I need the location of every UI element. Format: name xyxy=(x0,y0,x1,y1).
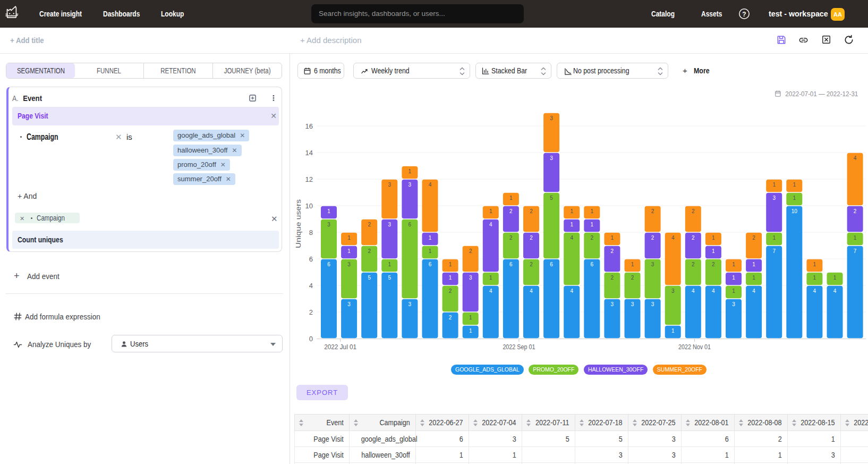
svg-text:0: 0 xyxy=(309,335,313,343)
svg-text:3: 3 xyxy=(651,301,654,307)
svg-text:1: 1 xyxy=(347,235,351,241)
svg-text:3: 3 xyxy=(469,275,472,281)
svg-text:1: 1 xyxy=(752,275,755,281)
svg-text:4: 4 xyxy=(570,288,573,294)
svg-text:3: 3 xyxy=(327,222,330,227)
svg-text:1: 1 xyxy=(429,235,432,241)
svg-text:2: 2 xyxy=(530,208,533,214)
svg-text:2: 2 xyxy=(309,308,313,316)
svg-text:1: 1 xyxy=(489,275,492,281)
svg-text:1: 1 xyxy=(854,235,857,241)
svg-text:2022 Sep 01: 2022 Sep 01 xyxy=(503,343,535,351)
svg-text:2: 2 xyxy=(509,235,513,241)
svg-text:1: 1 xyxy=(732,275,735,281)
svg-text:3: 3 xyxy=(347,301,351,307)
svg-text:4: 4 xyxy=(833,288,837,294)
svg-text:1: 1 xyxy=(509,195,513,201)
svg-text:2: 2 xyxy=(752,235,755,241)
svg-text:1: 1 xyxy=(712,248,715,254)
svg-text:7: 7 xyxy=(854,248,857,254)
svg-text:4: 4 xyxy=(309,282,313,290)
svg-text:1: 1 xyxy=(449,261,452,267)
svg-text:10: 10 xyxy=(305,202,313,210)
svg-text:4: 4 xyxy=(712,288,715,294)
svg-text:3: 3 xyxy=(388,182,392,188)
svg-text:1: 1 xyxy=(772,182,776,188)
svg-text:10: 10 xyxy=(792,208,798,214)
svg-text:4: 4 xyxy=(854,155,857,161)
svg-text:1: 1 xyxy=(732,288,735,294)
svg-text:1: 1 xyxy=(489,208,492,214)
svg-text:1: 1 xyxy=(813,275,816,281)
svg-text:3: 3 xyxy=(409,301,412,307)
svg-text:7: 7 xyxy=(772,248,776,254)
svg-text:2022 Jul 01: 2022 Jul 01 xyxy=(324,343,356,351)
svg-text:1: 1 xyxy=(570,222,573,227)
svg-text:1: 1 xyxy=(449,275,452,281)
svg-text:1: 1 xyxy=(429,248,432,254)
svg-text:2: 2 xyxy=(692,235,695,241)
svg-text:2: 2 xyxy=(611,275,614,281)
svg-text:3: 3 xyxy=(388,222,392,227)
svg-text:1: 1 xyxy=(793,182,796,188)
svg-text:16: 16 xyxy=(305,122,313,130)
svg-text:1: 1 xyxy=(712,235,715,241)
svg-text:6: 6 xyxy=(591,261,594,267)
svg-text:8: 8 xyxy=(309,229,313,237)
svg-text:3: 3 xyxy=(409,182,412,188)
svg-text:1: 1 xyxy=(409,168,412,174)
svg-text:1: 1 xyxy=(732,261,735,267)
svg-text:1: 1 xyxy=(469,315,472,320)
svg-text:2: 2 xyxy=(692,208,695,214)
svg-text:4: 4 xyxy=(813,288,816,294)
svg-text:5: 5 xyxy=(388,275,392,281)
svg-text:3: 3 xyxy=(347,261,351,267)
svg-text:4: 4 xyxy=(489,288,492,294)
svg-text:5: 5 xyxy=(368,275,371,281)
svg-text:1: 1 xyxy=(671,328,675,334)
svg-text:Unique users: Unique users xyxy=(294,199,302,248)
svg-text:1: 1 xyxy=(752,261,755,267)
svg-text:6: 6 xyxy=(327,261,330,267)
svg-text:2: 2 xyxy=(530,235,533,241)
svg-text:2: 2 xyxy=(591,235,594,241)
svg-text:3: 3 xyxy=(611,301,614,307)
svg-text:4: 4 xyxy=(530,288,533,294)
svg-text:1: 1 xyxy=(469,328,472,334)
svg-text:3: 3 xyxy=(631,301,634,307)
svg-text:1: 1 xyxy=(793,195,796,201)
svg-text:2022 Nov 01: 2022 Nov 01 xyxy=(678,343,711,351)
svg-text:1: 1 xyxy=(813,261,816,267)
svg-text:2: 2 xyxy=(692,261,695,267)
svg-text:12: 12 xyxy=(305,175,313,183)
svg-text:2: 2 xyxy=(651,208,654,214)
svg-text:2: 2 xyxy=(469,248,472,254)
svg-text:4: 4 xyxy=(692,288,695,294)
svg-text:2: 2 xyxy=(631,275,634,281)
svg-text:6: 6 xyxy=(429,261,432,267)
svg-text:2: 2 xyxy=(712,261,715,267)
svg-text:2: 2 xyxy=(854,208,857,214)
svg-text:1: 1 xyxy=(591,208,594,214)
svg-text:3: 3 xyxy=(550,115,553,121)
svg-text:2: 2 xyxy=(368,248,371,254)
svg-text:3: 3 xyxy=(772,195,776,201)
svg-text:2: 2 xyxy=(368,222,371,227)
svg-text:1: 1 xyxy=(611,235,614,241)
svg-text:1: 1 xyxy=(327,208,330,214)
svg-text:2: 2 xyxy=(449,288,452,294)
svg-text:1: 1 xyxy=(388,261,392,267)
svg-text:6: 6 xyxy=(309,255,313,263)
svg-text:5: 5 xyxy=(550,195,553,201)
svg-text:1: 1 xyxy=(591,222,594,227)
svg-text:?: ? xyxy=(742,11,746,18)
svg-text:2: 2 xyxy=(651,235,654,241)
svg-text:6: 6 xyxy=(550,261,553,267)
svg-text:6: 6 xyxy=(509,261,513,267)
svg-text:14: 14 xyxy=(305,149,313,157)
svg-text:4: 4 xyxy=(570,235,573,241)
svg-text:4: 4 xyxy=(429,182,432,188)
svg-text:3: 3 xyxy=(550,155,553,161)
svg-text:3: 3 xyxy=(671,288,675,294)
svg-text:6: 6 xyxy=(409,222,412,227)
